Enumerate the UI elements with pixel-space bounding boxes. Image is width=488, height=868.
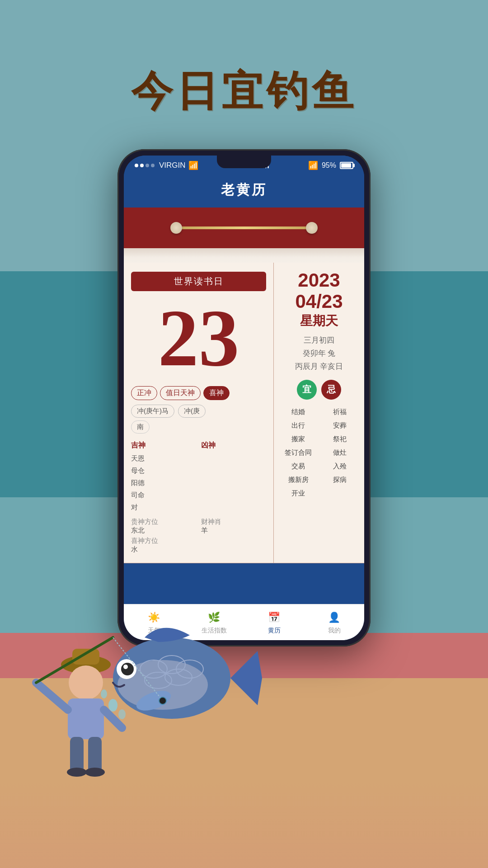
month-day-display: 04/23 [279, 291, 359, 312]
calendar-left: 世界读书日 23 正冲 值日天神 喜神 冲(庚午)马 冲(庚 南 [124, 263, 274, 563]
fisherman-illustration [23, 610, 167, 782]
calendar-right: 2023 04/23 星期天 三月初四 癸卯年 兔 丙辰月 辛亥日 宜 忌 结婚… [274, 263, 364, 563]
battery-icon [340, 162, 353, 169]
tag-xishen: 喜神 [203, 386, 230, 400]
svg-marker-14 [230, 651, 262, 705]
svg-point-8 [67, 768, 87, 777]
carrier-name: VIRGIN [159, 161, 186, 170]
svg-rect-3 [68, 698, 104, 739]
lunar-line-2: 癸卯年 兔 [279, 347, 359, 360]
phone-frame: VIRGIN 📶 4:21 PM 📶 95% 老黄历 [117, 149, 371, 646]
lunar-info: 三月初四 癸卯年 兔 丙辰月 辛亥日 [279, 334, 359, 373]
wave-bottom [0, 778, 488, 868]
svg-point-2 [69, 665, 103, 700]
ji-list: 祈福安葬祭祀做灶入殓探病 [321, 405, 359, 500]
year-display: 2023 [279, 270, 359, 291]
app-title-bar: 老黄历 [124, 175, 364, 208]
tags-row: 正冲 值日天神 喜神 [131, 386, 266, 400]
ji-shen-block: 吉神 天恩母仓阳德司命对 [131, 441, 197, 513]
gui-shen-block: 贵神方位 东北 喜神方位 水 [131, 518, 197, 554]
signal-dots [135, 164, 155, 167]
nav-item-profile[interactable]: 👤 我的 [304, 610, 364, 635]
signal-dot-4 [151, 164, 155, 167]
svg-point-9 [85, 768, 105, 777]
scroll-knob-right[interactable] [306, 222, 318, 234]
svg-rect-1 [72, 649, 99, 665]
torn-paper-edge [124, 248, 364, 263]
yi-list: 结婚出行搬家签订合同交易搬新房开业 [279, 405, 317, 500]
festival-badge: 世界读书日 [131, 272, 266, 291]
svg-line-11 [113, 637, 163, 701]
shen-sha-bottom: 吉神 天恩母仓阳德司命对 凶神 贵神方位 东北 喜神方位 [131, 441, 266, 554]
xiong-shen-block: 凶神 [201, 441, 267, 513]
tag-detail-2: 冲(庚 [178, 405, 206, 418]
svg-line-5 [104, 710, 122, 728]
bluetooth-icon: 📶 [308, 160, 318, 170]
tag-detail-1: 冲(庚午)马 [131, 405, 174, 418]
nav-label-profile: 我的 [328, 627, 341, 635]
tag-zhengchong: 正冲 [131, 386, 157, 400]
yi-ji-lists: 结婚出行搬家签订合同交易搬新房开业 祈福安葬祭祀做灶入殓探病 [279, 405, 359, 500]
phone-screen: VIRGIN 📶 4:21 PM 📶 95% 老黄历 [124, 156, 364, 640]
scroll-knob-left[interactable] [170, 222, 182, 234]
lunar-line-1: 三月初四 [279, 334, 359, 347]
phone-notch [217, 156, 271, 168]
battery-fill [341, 163, 351, 168]
profile-icon: 👤 [327, 610, 342, 625]
signal-dot-2 [140, 164, 144, 167]
cai-shen-block: 财神肖 羊 [201, 518, 267, 554]
promo-title: 今日宜钓鱼 [0, 63, 488, 119]
direction-detail: 南 [131, 420, 150, 434]
almanac-icon: 📅 [267, 610, 282, 625]
calendar-scroll-top [124, 208, 364, 248]
battery-percent: 95% [322, 161, 336, 170]
lunar-line-3: 丙辰月 辛亥日 [279, 360, 359, 373]
signal-dot-3 [145, 164, 149, 167]
nav-label-almanac: 黄历 [268, 627, 281, 635]
yi-ji-row: 宜 忌 [279, 380, 359, 400]
status-left: VIRGIN 📶 [135, 160, 198, 170]
status-right: 📶 95% [308, 160, 353, 170]
scroll-bar[interactable] [176, 226, 312, 229]
app-title: 老黄历 [124, 181, 364, 199]
wifi-icon: 📶 [188, 160, 198, 170]
svg-point-12 [159, 697, 166, 704]
day-number: 23 [131, 297, 266, 379]
ji-badge: 忌 [321, 380, 341, 400]
weekday-display: 星期天 [279, 312, 359, 330]
tag-zhiri: 值日天神 [160, 386, 201, 400]
signal-dot-1 [135, 164, 138, 167]
calendar-main: 世界读书日 23 正冲 值日天神 喜神 冲(庚午)马 冲(庚 南 [124, 263, 364, 563]
yi-badge: 宜 [297, 380, 317, 400]
svg-line-4 [36, 683, 68, 710]
